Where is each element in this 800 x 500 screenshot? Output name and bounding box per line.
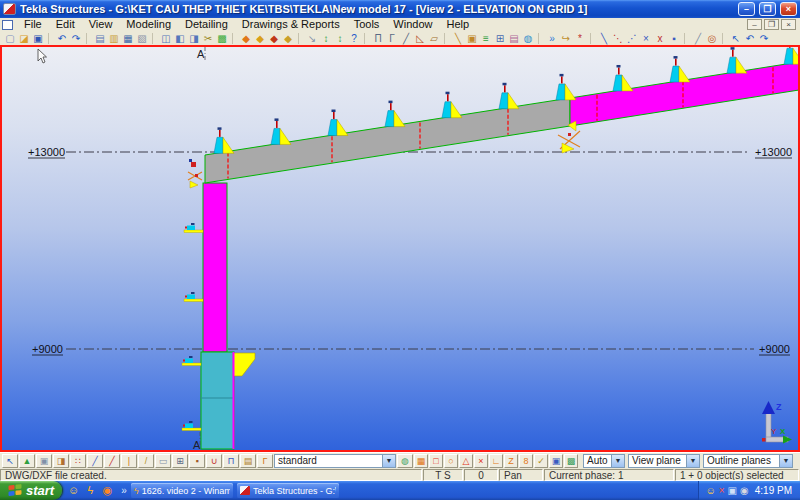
bolt-list-icon[interactable]: ◆ [267,32,281,45]
purlin-gusset[interactable] [223,137,234,153]
grid-icon[interactable]: ⊞ [493,32,507,45]
menu-window[interactable]: Window [386,18,439,31]
purlin-clip[interactable] [214,137,223,153]
print-icon[interactable]: ▧ [135,32,149,45]
select-component-icon[interactable]: Π [223,454,239,468]
rafter-magenta-part[interactable] [570,62,798,126]
create-slab-icon[interactable]: ◺ [413,32,427,45]
fast-forward-icon[interactable]: » [545,32,559,45]
save-model-icon[interactable]: ▣ [31,32,45,45]
task-tekla[interactable]: Tekla Structures - G:\... [237,483,339,498]
purlin-gusset[interactable] [793,48,798,64]
purlin-gusset[interactable] [622,75,633,91]
tray-update-icon[interactable]: ◉ [740,481,749,500]
cut-icon[interactable]: ✂ [201,32,215,45]
create-panel-icon[interactable]: ▱ [427,32,441,45]
girt-cleat-plate[interactable] [184,299,203,302]
menu-modeling[interactable]: Modeling [119,18,178,31]
purlin-gusset[interactable] [337,120,348,136]
select-planes-icon[interactable]: ▪ [189,454,205,468]
purlin-gusset[interactable] [451,102,462,118]
part-list-icon[interactable]: ◆ [253,32,267,45]
zoom-in-icon[interactable]: ↕ [319,32,333,45]
snap-geometry-icon[interactable]: □ [429,454,443,468]
snap-wand-icon[interactable]: ╱ [87,454,103,468]
girt-cleat-plate[interactable] [182,428,201,431]
snap-check-icon[interactable]: ✓ [534,454,548,468]
menu-help[interactable]: Help [439,18,476,31]
menu-file[interactable]: File [17,18,49,31]
phase-icon[interactable]: ▣ [549,454,563,468]
snap-intersection-icon[interactable]: × [474,454,488,468]
purlin-clip[interactable] [328,120,337,136]
macro-icon[interactable]: ▤ [507,32,521,45]
level-label-9000-right[interactable]: +9000 [759,343,790,355]
open-model-icon[interactable]: ◪ [17,32,31,45]
select-drawings-icon[interactable]: ▤ [240,454,256,468]
select-views-icon[interactable]: ▭ [155,454,171,468]
snap-angle-icon[interactable]: ∟ [489,454,503,468]
snap-points-icon[interactable]: 8 [519,454,533,468]
select-parts-icon[interactable]: ▣ [36,454,52,468]
quicklaunch-messenger-icon[interactable]: ☺ [66,481,81,500]
mdi-restore-button[interactable]: ❐ [764,19,779,30]
grid-label-a-top[interactable]: A [197,48,205,60]
task-winamp[interactable]: ϟ1626. video 2 - Winamp [131,483,233,498]
purlin-gusset[interactable] [280,128,291,144]
purlin-gusset[interactable] [565,84,576,100]
context-help-icon[interactable]: ? [347,32,361,45]
close-button[interactable]: × [780,2,797,16]
girt-cleat[interactable] [187,226,195,231]
chevron-down-icon[interactable]: ▼ [779,455,792,467]
select-components-icon[interactable]: ▲ [19,454,35,468]
select-bolts-icon[interactable]: | [121,454,137,468]
level-label-13000-left[interactable]: +13000 [28,146,65,158]
mdi-close-button[interactable]: × [781,19,796,30]
chevron-down-icon[interactable]: ▼ [611,455,624,467]
girt-cleat[interactable] [187,295,195,300]
tray-network-icon[interactable]: ▣ [728,481,737,500]
girt-cleat-plate[interactable] [182,363,201,366]
select-surfaces-icon[interactable]: ◨ [53,454,69,468]
select-cuts-icon[interactable]: ∪ [206,454,222,468]
mdi-document-icon[interactable] [2,20,13,30]
list-icon[interactable]: ≡ [479,32,493,45]
purlin-clip[interactable] [271,128,280,144]
create-beam-icon[interactable]: Π [371,32,385,45]
menu-drawings-reports[interactable]: Drawings & Reports [235,18,347,31]
point-projection-icon[interactable]: x [653,32,667,45]
purlin-clip[interactable] [727,57,736,73]
clock[interactable]: 4:19 PM [755,485,792,496]
girt-cleat-plate[interactable] [184,230,203,233]
import-icon[interactable]: ↪ [559,32,573,45]
tray-volume-muted-icon[interactable]: × [719,481,725,500]
create-column-icon[interactable]: Γ [385,32,399,45]
snap-perpendicular-icon[interactable]: △ [459,454,473,468]
report-icon[interactable]: ▦ [121,32,135,45]
create-point-icon[interactable]: ╲ [597,32,611,45]
purlin-gusset[interactable] [394,111,405,127]
view-properties-icon[interactable]: ◧ [173,32,187,45]
mdi-minimize-button[interactable]: – [747,19,762,30]
chevron-down-icon[interactable]: ▼ [686,455,699,467]
new-view-icon[interactable]: ◫ [159,32,173,45]
minimize-button[interactable]: – [738,2,755,16]
new-model-icon[interactable]: ▢ [3,32,17,45]
wrench-icon[interactable]: ╲ [451,32,465,45]
zoom-out-icon[interactable]: ↕ [333,32,347,45]
purlin-gusset[interactable] [679,66,690,82]
purlin-clip[interactable] [385,111,394,127]
plane-combo[interactable]: View plane ▼ [628,454,700,468]
knee-connection-marks[interactable] [188,159,202,188]
column-part[interactable] [203,183,227,352]
menu-tools[interactable]: Tools [347,18,387,31]
selection-filter-icon[interactable]: ◍ [397,454,413,468]
paste-icon[interactable]: ▥ [107,32,121,45]
drawing-list-icon[interactable]: ◆ [281,32,295,45]
copy-objects-icon[interactable]: ▣ [465,32,479,45]
pointer-mode-icon[interactable]: ↘ [305,32,319,45]
outline-combo[interactable]: Outline planes ▼ [703,454,793,468]
chevron-down-icon[interactable]: ▼ [382,455,395,467]
globe-icon[interactable]: ◍ [521,32,535,45]
copy-icon[interactable]: ▤ [93,32,107,45]
